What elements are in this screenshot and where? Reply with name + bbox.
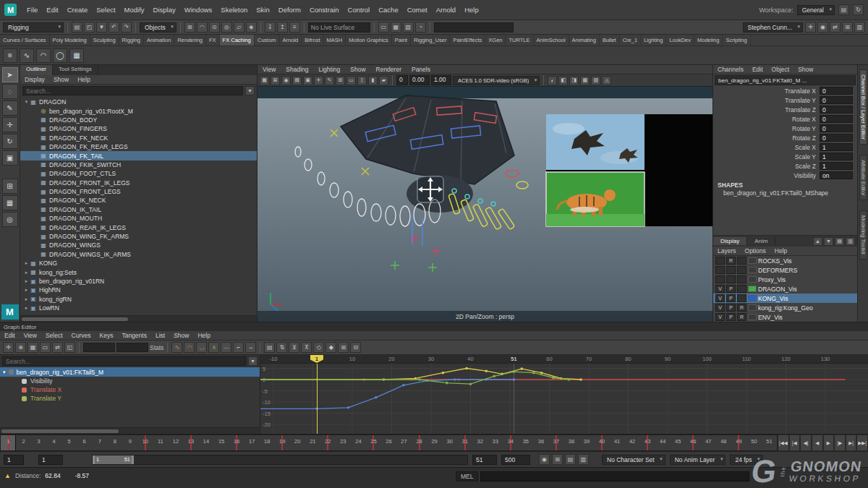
outliner-item[interactable]: ▸▣kong_rigRN: [20, 295, 257, 304]
go-to-start-button[interactable]: |◀◀: [778, 435, 789, 451]
outliner-item[interactable]: ▦DRAGON_IK_NECK: [20, 196, 257, 205]
auto-key-icon[interactable]: ◉: [539, 454, 550, 465]
layer-color-swatch[interactable]: [748, 304, 757, 311]
expander-icon[interactable]: ▸: [23, 296, 30, 302]
ambient-occlusion-icon[interactable]: ◨: [569, 76, 579, 85]
visibility-toggle[interactable]: V: [715, 294, 725, 302]
menu-cache[interactable]: Cache: [374, 4, 402, 15]
image-plane-icon[interactable]: ▣: [303, 76, 312, 85]
show-manipulator-icon[interactable]: ✛: [805, 22, 816, 33]
reference-toggle[interactable]: R: [737, 304, 746, 312]
move-layer-up-icon[interactable]: ▲: [813, 237, 822, 246]
menu-edit[interactable]: Edit: [42, 4, 62, 15]
visibility-toggle[interactable]: V: [715, 313, 725, 321]
outliner-item[interactable]: ▸▦kong_rig:Sets: [20, 267, 257, 276]
layer-row[interactable]: VPDRAGON_Vis: [713, 284, 857, 294]
snap-to-grid-icon[interactable]: ⊞: [184, 22, 195, 33]
step-forward-frame-button[interactable]: |▶: [834, 435, 846, 451]
viewport-menu-view[interactable]: View: [258, 66, 281, 73]
current-time-line[interactable]: [317, 364, 318, 434]
outliner-item[interactable]: ▦DRAGON_WINGS: [20, 241, 257, 249]
menu-set-dropdown[interactable]: Rigging: [3, 22, 64, 33]
ipr-render-icon[interactable]: ▧: [403, 22, 414, 33]
layer-menu-options[interactable]: Options: [741, 247, 770, 254]
layer-color-swatch[interactable]: [748, 257, 757, 264]
snap-together-icon[interactable]: ⊞: [2, 179, 18, 194]
shelf-tab-scripting[interactable]: Scripting: [723, 35, 750, 46]
shelf-tab-arnold[interactable]: Arnold: [280, 35, 302, 46]
step-back-frame-button[interactable]: ◀|: [800, 435, 812, 451]
plateau-tangent-icon[interactable]: ⌣: [245, 342, 256, 353]
shelf-tab-lighting[interactable]: Lighting: [641, 35, 666, 46]
menu-control[interactable]: Control: [344, 4, 375, 15]
attribute-value-field[interactable]: 0: [820, 115, 853, 123]
time-snap-icon[interactable]: ⊞: [338, 342, 349, 353]
expander-icon[interactable]: ▾: [23, 99, 30, 105]
outliner-item[interactable]: ▸▣LowRN: [20, 304, 257, 312]
playback-toggle[interactable]: R: [726, 257, 736, 265]
grease-pencil-icon[interactable]: ✎: [325, 76, 334, 85]
menu-deform[interactable]: Deform: [274, 4, 305, 15]
shelf-tab-turtle[interactable]: TURTLE: [506, 35, 533, 46]
visibility-toggle[interactable]: [715, 275, 725, 283]
layer-color-swatch[interactable]: [748, 276, 757, 283]
channel-box-menu-edit[interactable]: Edit: [748, 66, 767, 73]
region-keys-tool-icon[interactable]: ▭: [40, 342, 51, 353]
fps-dropdown[interactable]: 24 fps: [730, 455, 762, 465]
playback-start-field[interactable]: 1: [38, 455, 63, 465]
menu-modify[interactable]: Modify: [120, 4, 149, 15]
reference-toggle[interactable]: [737, 257, 746, 265]
shelf-tab-fx-caching[interactable]: FX Caching: [220, 35, 255, 46]
render-settings-icon[interactable]: ◔: [415, 22, 426, 33]
lattice-deform-keys-icon[interactable]: ▦: [27, 342, 38, 353]
mel-language-button[interactable]: MEL: [456, 471, 478, 481]
graph-menu-edit[interactable]: Edit: [0, 332, 20, 339]
menu-create[interactable]: Create: [63, 4, 93, 15]
output-connections-icon[interactable]: ↥: [277, 22, 288, 33]
shape-node-name[interactable]: ben_dragon_rig_v01:FKTail0_MShape: [713, 189, 857, 198]
xray-icon[interactable]: ▨: [591, 76, 600, 85]
playback-end-field[interactable]: 51: [472, 455, 497, 465]
viewport-menu-panels[interactable]: Panels: [407, 66, 435, 73]
free-tangent-weight-icon[interactable]: ◇: [313, 342, 324, 353]
workspace-dropdown[interactable]: General: [797, 5, 835, 15]
select-camera-icon[interactable]: ▦: [260, 76, 269, 85]
spline-tangent-icon[interactable]: ◠: [184, 342, 195, 353]
graph-channel-row[interactable]: Visibility: [0, 377, 260, 385]
snap-to-view-plane-icon[interactable]: ▱: [234, 22, 244, 33]
layer-row[interactable]: VPRENV_Vis: [713, 312, 857, 322]
shelf-tab-animating[interactable]: Animating: [569, 35, 600, 46]
shelf-tab-rigging[interactable]: Rigging: [119, 35, 144, 46]
open-scene-icon[interactable]: ◰: [84, 22, 95, 33]
grid-icon[interactable]: ⊞: [336, 76, 345, 85]
graph-channel-row[interactable]: Translate X: [0, 385, 260, 394]
quick-selection-input[interactable]: [434, 22, 514, 33]
field-chart-icon[interactable]: ▰: [379, 76, 388, 85]
shelf-item-3-icon[interactable]: ◯: [53, 48, 67, 63]
outliner-hscrollbar[interactable]: [20, 315, 257, 322]
layer-row[interactable]: Proxy_Vis: [713, 275, 857, 284]
grid-tool-icon[interactable]: ▦: [2, 195, 18, 210]
outliner-menu-help[interactable]: Help: [73, 76, 94, 83]
shelf-tab-rigging-user[interactable]: Rigging_User: [411, 35, 450, 46]
outliner-item[interactable]: ▾▦DRAGON: [20, 98, 257, 106]
expander-icon[interactable]: ▸: [23, 260, 30, 266]
graph-tree-root-item[interactable]: ▾ ben_dragon_rig_v01:FKTail5_M: [0, 367, 260, 377]
outliner-item[interactable]: ▦DRAGON_IK_TAIL: [20, 205, 257, 214]
playback-toggle[interactable]: P: [726, 313, 736, 321]
graph-menu-curves[interactable]: Curves: [67, 332, 95, 339]
reference-toggle[interactable]: [737, 266, 746, 274]
select-tool-icon[interactable]: ➤: [2, 67, 18, 82]
shelf-tab-animschool[interactable]: AnimSchool: [534, 35, 569, 46]
animation-preferences-icon[interactable]: ▥: [578, 454, 589, 465]
menu-skeleton[interactable]: Skeleton: [216, 4, 252, 15]
stats-value-field[interactable]: [116, 343, 148, 352]
step-forward-key-button[interactable]: ▶|: [846, 435, 857, 451]
lock-tangent-weight-icon[interactable]: ◆: [326, 342, 336, 353]
lighting-icon[interactable]: ◐: [548, 76, 557, 85]
range-slider-track[interactable]: 1 51: [92, 455, 468, 465]
new-scene-icon[interactable]: ▤: [72, 22, 82, 33]
gate-mask-icon[interactable]: ▮: [368, 76, 378, 85]
shelf-tab-curves-surfaces[interactable]: Curves / Surfaces: [0, 35, 50, 46]
rotate-tool-icon[interactable]: ↻: [2, 134, 18, 149]
